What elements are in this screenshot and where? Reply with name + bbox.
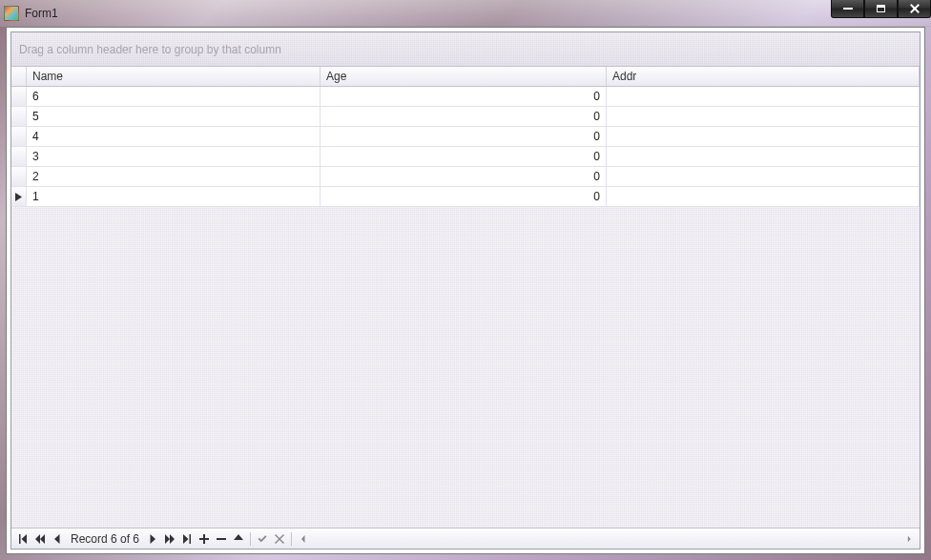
row-indicator <box>11 127 27 146</box>
column-header-name[interactable]: Name <box>27 67 321 86</box>
column-header-age[interactable]: Age <box>321 67 607 86</box>
cell-addr[interactable] <box>607 127 920 146</box>
table-row[interactable]: 50 <box>11 107 920 127</box>
table-row[interactable]: 10 <box>11 187 920 207</box>
row-indicator <box>11 87 27 106</box>
row-indicator <box>11 167 27 186</box>
minus-icon <box>217 534 226 544</box>
nav-separator <box>250 532 251 546</box>
nav-edit-button[interactable] <box>231 531 246 547</box>
nav-prev-button[interactable] <box>50 531 65 547</box>
table-row[interactable]: 30 <box>11 147 920 167</box>
nav-last-button[interactable] <box>179 531 195 547</box>
cell-addr[interactable] <box>607 187 920 206</box>
cell-name[interactable]: 3 <box>27 147 321 166</box>
window-controls <box>831 0 931 18</box>
maximize-button[interactable] <box>864 0 898 18</box>
first-icon <box>18 534 28 544</box>
record-navigator: Record 6 of 6 <box>11 528 920 549</box>
nav-add-button[interactable] <box>197 531 212 547</box>
maximize-icon <box>877 5 885 12</box>
prev-icon <box>52 534 62 544</box>
column-header-addr[interactable]: Addr <box>607 67 920 86</box>
row-indicator-header <box>11 67 27 86</box>
row-indicator <box>11 147 27 166</box>
cell-name[interactable]: 6 <box>27 87 321 106</box>
nav-separator <box>291 532 292 546</box>
cell-addr[interactable] <box>607 87 920 106</box>
table-row[interactable]: 20 <box>11 167 920 187</box>
prev-page-icon <box>35 534 45 544</box>
cell-name[interactable]: 4 <box>27 127 321 146</box>
app-icon <box>4 6 19 21</box>
minimize-icon <box>843 8 853 10</box>
nav-next-page-button[interactable] <box>162 531 177 547</box>
next-page-icon <box>165 534 175 544</box>
cell-age[interactable]: 0 <box>321 87 607 106</box>
table-row[interactable]: 60 <box>11 87 920 107</box>
row-indicator <box>11 187 27 206</box>
chevron-right-icon <box>905 535 913 543</box>
chevron-left-icon <box>299 534 308 544</box>
cell-name[interactable]: 1 <box>27 187 321 206</box>
cell-age[interactable]: 0 <box>321 107 607 126</box>
nav-next-button[interactable] <box>145 531 160 547</box>
rows-container: 605040302010 <box>11 87 920 528</box>
titlebar: Form1 <box>0 0 931 27</box>
close-button[interactable] <box>898 0 931 18</box>
cell-addr[interactable] <box>607 107 920 126</box>
window-title: Form1 <box>25 7 927 20</box>
record-position-text: Record 6 of 6 <box>71 532 139 546</box>
cell-age[interactable]: 0 <box>321 167 607 186</box>
data-grid[interactable]: Drag a column header here to group by th… <box>10 31 921 550</box>
last-icon <box>182 534 192 544</box>
nav-scroll-right-button[interactable] <box>902 535 916 543</box>
row-indicator <box>11 107 27 126</box>
column-header-row: Name Age Addr <box>11 67 920 87</box>
cell-name[interactable]: 5 <box>27 107 321 126</box>
x-icon <box>275 534 284 544</box>
cell-age[interactable]: 0 <box>321 147 607 166</box>
current-row-icon <box>15 193 22 201</box>
close-icon <box>909 3 921 14</box>
nav-cancel-edit-button[interactable] <box>272 531 287 547</box>
minimize-button[interactable] <box>831 0 864 18</box>
nav-remove-button[interactable] <box>214 531 229 547</box>
table-row[interactable]: 40 <box>11 127 920 147</box>
check-icon <box>258 534 267 544</box>
cell-name[interactable]: 2 <box>27 167 321 186</box>
nav-end-edit-button[interactable] <box>255 531 270 547</box>
cell-addr[interactable] <box>607 147 920 166</box>
edit-icon <box>234 534 243 544</box>
next-icon <box>148 534 157 544</box>
nav-scroll-left-button[interactable] <box>296 531 311 547</box>
plus-icon <box>199 534 209 544</box>
cell-age[interactable]: 0 <box>321 127 607 146</box>
cell-age[interactable]: 0 <box>321 187 607 206</box>
group-by-panel[interactable]: Drag a column header here to group by th… <box>11 32 920 67</box>
cell-addr[interactable] <box>607 167 920 186</box>
nav-prev-page-button[interactable] <box>32 531 48 547</box>
nav-first-button[interactable] <box>15 531 31 547</box>
client-area: Drag a column header here to group by th… <box>6 27 925 554</box>
